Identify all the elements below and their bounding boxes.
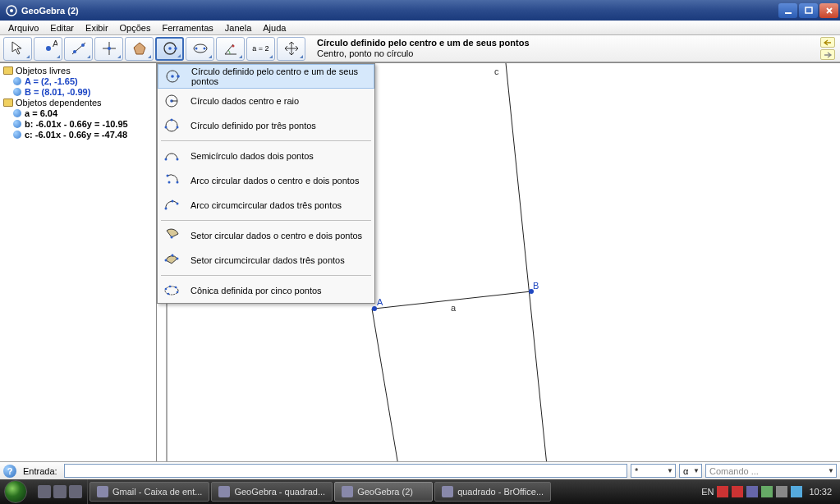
tree-item-a[interactable]: a = 6.04 [2,108,154,118]
menu-editar[interactable]: Editar [45,22,79,34]
menu-arc-center[interactable]: Arco circular dados o centro e dois pont… [158,168,374,193]
tree-item-b[interactable]: b: -6.01x - 0.66y = -10.95 [2,118,154,129]
svg-point-35 [165,208,168,210]
undo-button[interactable] [820,37,835,48]
menu-semicircle[interactable]: Semicírculo dados dois pontos [158,144,374,168]
volume-icon[interactable] [791,486,802,497]
svg-point-47 [168,293,170,296]
language-indicator[interactable]: EN [701,487,714,497]
tool-angle[interactable] [216,37,245,61]
window-titlebar: GeoGebra (2) [0,0,840,21]
svg-point-8 [81,44,85,47]
tree-free-objects[interactable]: Objetos livres [2,65,154,76]
tool-polygon[interactable] [125,37,154,61]
svg-point-11 [108,47,111,50]
tool-move[interactable] [3,37,32,61]
menu-separator [161,275,371,276]
taskbar-broffice[interactable]: quadrado - BrOffice... [434,482,551,502]
input-bar: ? Entrada: *▼ α▼ Comando ...▼ [0,461,840,479]
svg-point-43 [165,288,168,291]
menu-exibir[interactable]: Exibir [80,22,113,34]
tool-desc-title: Círculo definido pelo centro e um de seu… [317,38,817,48]
quick-launch-item[interactable] [53,485,67,498]
algebra-panel: Objetos livres A = (2, -1.65) B = (8.01,… [0,63,157,461]
command-combo[interactable]: Comando ...▼ [705,464,837,478]
greek-combo[interactable]: α▼ [679,464,702,478]
svg-text:A: A [53,39,57,48]
svg-text:A: A [377,297,383,307]
taskbar-geogebra1[interactable]: GeoGebra - quadrad... [211,482,333,502]
tray-icon[interactable] [776,486,787,497]
circle-three-points-icon [163,117,181,134]
minimize-button[interactable] [778,3,797,18]
command-input[interactable] [64,464,627,478]
taskbar-geogebra2[interactable]: GeoGebra (2) [334,482,433,502]
windows-taskbar: Gmail - Caixa de ent... GeoGebra - quadr… [0,479,840,504]
svg-point-27 [171,119,173,121]
tree-item-A[interactable]: A = (2, -1.65) [2,76,154,86]
main-area: Objetos livres A = (2, -1.65) B = (8.01,… [0,62,840,461]
svg-point-29 [177,126,179,129]
symbol-history-combo[interactable]: *▼ [631,464,676,478]
help-button[interactable]: ? [3,465,16,478]
tool-perpendicular[interactable] [94,37,123,61]
menu-arc-circum[interactable]: Arco circumcircular dados três pontos [158,193,374,218]
menu-circle-three-points[interactable]: Círculo definido por três pontos [158,113,374,138]
start-button[interactable] [0,479,31,504]
quick-launch-item[interactable] [38,485,51,498]
menu-sector-circum[interactable]: Setor circumcircular dados três pontos [158,248,374,273]
tool-circle[interactable] [155,37,184,61]
tree-item-c[interactable]: c: -6.01x - 0.66y = -47.48 [2,129,154,140]
maximize-button[interactable] [799,3,818,18]
menu-arquivo[interactable]: Arquivo [3,22,44,34]
menu-janela[interactable]: Janela [220,22,256,34]
object-icon [13,131,21,139]
window-title: GeoGebra (2) [21,6,778,16]
svg-point-21 [171,75,174,78]
svg-rect-3 [806,7,812,13]
menu-ajuda[interactable]: Ajuda [258,22,291,34]
menu-circle-center-point[interactable]: Círculo definido pelo centro e um de seu… [158,64,374,89]
tool-text[interactable]: a = 2 [246,37,275,61]
tool-ellipse[interactable] [186,37,214,61]
tray-icon[interactable] [732,486,743,497]
geogebra-icon [342,486,353,497]
graphics-view[interactable]: Círculo definido pelo centro e um de seu… [157,63,840,461]
svg-point-41 [177,258,179,260]
svg-point-32 [168,181,171,184]
svg-point-19 [232,45,234,48]
quick-launch-item[interactable] [69,485,82,498]
taskbar-clock[interactable]: 10:32 [806,487,835,497]
arc-circum-icon [163,197,181,213]
app-icon [5,4,18,17]
menu-ferramentas[interactable]: Ferramentas [157,22,218,34]
svg-point-36 [172,200,174,203]
svg-point-30 [165,158,168,161]
chevron-down-icon: ▼ [667,467,673,474]
redo-button[interactable] [820,49,835,60]
tree-dependent-objects[interactable]: Objetos dependentes [2,97,154,108]
menu-conic-five[interactable]: Cônica definida por cinco pontos [158,278,374,303]
arc-center-icon [163,172,181,189]
tray-icon[interactable] [746,486,758,497]
menu-opcoes[interactable]: Opções [115,22,156,34]
circle-center-point-icon [163,68,181,85]
close-button[interactable] [819,3,838,18]
svg-point-38 [171,236,173,239]
taskbar-gmail[interactable]: Gmail - Caixa de ent... [90,482,209,502]
tool-line[interactable] [64,37,93,61]
quick-launch [33,479,88,504]
tray-icon[interactable] [717,486,728,497]
svg-point-7 [73,50,76,53]
tree-item-B[interactable]: B = (8.01, -0.99) [2,86,154,97]
tool-point[interactable]: A [34,37,62,61]
menu-circle-center-radius[interactable]: Círculo dados centro e raio [158,89,374,113]
tray-icon[interactable] [761,486,773,497]
folder-icon [3,99,13,107]
menu-sector-center[interactable]: Setor circular dados o centro e dois pon… [158,223,374,248]
svg-point-15 [174,47,177,50]
sector-center-icon [163,227,181,244]
tool-move-view[interactable] [277,37,305,61]
svg-point-14 [168,47,172,50]
semicircle-icon [163,148,181,164]
